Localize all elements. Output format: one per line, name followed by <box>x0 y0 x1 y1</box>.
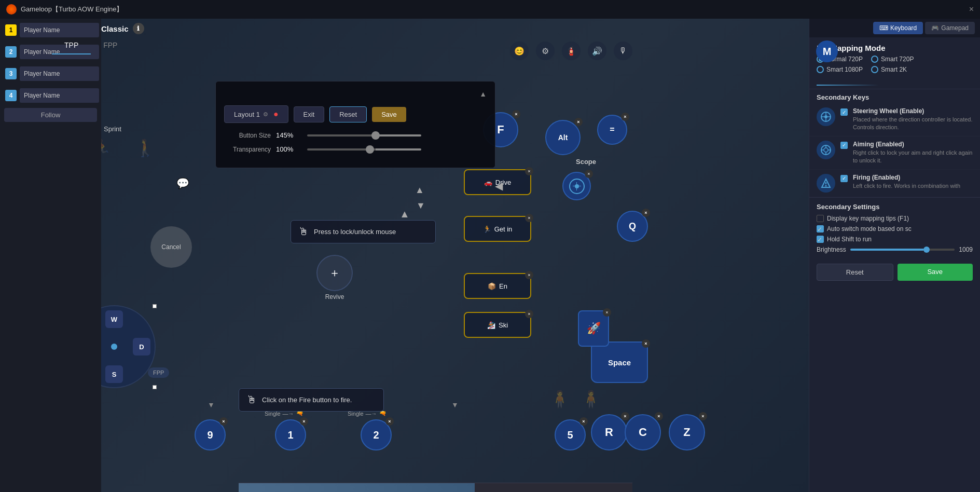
player-silhouette-3: 🧍 <box>549 389 570 409</box>
steering-wheel-checkbox[interactable]: ✓ <box>840 108 848 116</box>
firing-button[interactable]: 🚀 × <box>578 310 609 347</box>
q-close[interactable]: × <box>642 209 650 217</box>
button-size-slider[interactable] <box>307 134 421 136</box>
mode-smart1080[interactable]: Smart 1080P <box>817 66 863 73</box>
nav-left[interactable]: ◀ <box>495 180 503 192</box>
key-alt[interactable]: Alt × <box>545 120 581 155</box>
layout-header: ▲ <box>224 90 487 98</box>
nav-up[interactable]: ▲ <box>399 208 410 220</box>
km-save-button[interactable]: Save <box>898 264 973 281</box>
open-close[interactable]: × <box>525 271 533 279</box>
ski-button[interactable]: 🏂 Ski × <box>464 312 531 338</box>
mouse-icon: 🖱 <box>298 226 309 238</box>
key-q[interactable]: Q × <box>617 211 648 242</box>
button-size-label: Button Size <box>224 132 271 139</box>
save-button[interactable]: Save <box>372 107 406 122</box>
one-close[interactable]: × <box>300 417 308 426</box>
key-w[interactable]: W <box>105 310 123 328</box>
key-9[interactable]: 9 × <box>195 419 226 450</box>
firing-checkbox[interactable]: ✓ <box>840 175 848 182</box>
secondary-keys-title: Secondary Keys <box>809 89 980 103</box>
nine-close[interactable]: × <box>219 417 228 426</box>
eq-close[interactable]: × <box>621 113 629 121</box>
f-close[interactable]: × <box>512 110 520 118</box>
transparency-slider[interactable] <box>307 148 421 151</box>
key-c[interactable]: C × <box>625 414 661 450</box>
aiming-icon <box>817 141 835 159</box>
firing-close[interactable]: × <box>603 308 611 317</box>
key-d[interactable]: D <box>133 338 150 356</box>
nav-up-2[interactable]: ▲ <box>415 185 424 196</box>
display-tips-checkbox[interactable] <box>817 215 824 222</box>
space-close[interactable]: × <box>642 339 650 348</box>
user-avatar[interactable]: M <box>816 40 838 62</box>
drive-close[interactable]: × <box>525 167 533 175</box>
progress-fill <box>239 483 475 492</box>
five-close[interactable]: × <box>579 417 588 426</box>
tooltip-fire: 🖱 Click on the Fire button to fire. <box>239 388 384 412</box>
emoji-icon[interactable]: 😊 <box>510 42 529 60</box>
cancel-button[interactable]: Cancel <box>150 226 192 268</box>
layout1-button[interactable]: Layout 1 ⚙ ● <box>224 105 288 123</box>
aiming-circle[interactable]: × <box>562 172 591 200</box>
close-button[interactable]: × <box>969 5 974 14</box>
layout-close-icon[interactable]: ▲ <box>479 90 487 98</box>
z-close[interactable]: × <box>699 412 707 420</box>
exit-button[interactable]: Exit <box>294 106 325 122</box>
player-item-3[interactable]: 3 Player Name <box>2 63 99 84</box>
mode-smart720[interactable]: Smart 720P <box>871 56 914 63</box>
titlebar: Gameloop【Turbo AOW Engine】 × <box>0 0 980 19</box>
wasd-center-dot <box>111 344 117 350</box>
aiming-checkbox[interactable]: ✓ <box>840 142 848 149</box>
revive-button[interactable]: ＋ Revive <box>316 255 353 300</box>
key-r[interactable]: R × <box>591 414 627 450</box>
c-close[interactable]: × <box>655 412 663 420</box>
svg-point-1 <box>824 115 827 118</box>
player-silhouette-2: 🚶 <box>135 138 156 158</box>
tab-tpp[interactable]: TPP <box>52 37 91 54</box>
r-close[interactable]: × <box>621 412 629 420</box>
mode-smart2k[interactable]: Smart 2K <box>871 66 907 73</box>
follow-button[interactable]: Follow <box>4 108 97 122</box>
keyboard-tab[interactable]: ⌨ Keyboard <box>873 22 923 34</box>
nav-down[interactable]: ▼ <box>416 200 425 211</box>
fpp-toggle[interactable]: FPP <box>148 367 169 378</box>
speaker-icon[interactable]: 🔊 <box>588 42 606 60</box>
auto-switch-checkbox[interactable]: ✓ <box>817 225 824 233</box>
fire-extinguisher-icon[interactable]: 🧯 <box>562 42 581 60</box>
player-label-3: Player Name <box>20 66 99 81</box>
revive-label: Revive <box>325 293 344 300</box>
km-reset-button[interactable]: Reset <box>817 264 893 281</box>
key-z[interactable]: Z × <box>669 414 705 450</box>
hold-shift-checkbox[interactable]: ✓ <box>817 236 824 243</box>
ski-close[interactable]: × <box>525 310 533 318</box>
aim-close[interactable]: × <box>585 170 593 178</box>
expand-arrow-1[interactable]: ▼ <box>208 401 215 409</box>
open-button[interactable]: 📦 En × <box>464 273 531 299</box>
alt-close[interactable]: × <box>574 118 583 126</box>
layout-btn-row: Layout 1 ⚙ ● Exit Reset Save <box>224 105 487 123</box>
player-item-4[interactable]: 4 Player Name <box>2 85 99 106</box>
app-icon <box>6 4 17 15</box>
layout-popup: ▲ Layout 1 ⚙ ● Exit Reset Save Button Si… <box>215 81 495 168</box>
tab-fpp[interactable]: FPP <box>91 37 130 54</box>
key-eq[interactable]: = × <box>597 115 627 145</box>
getin-close[interactable]: × <box>525 214 533 222</box>
key-s[interactable]: S <box>105 365 123 383</box>
resize-handle-br[interactable] <box>153 385 157 389</box>
steering-wheel-icon <box>817 107 835 126</box>
two-close[interactable]: × <box>385 417 394 426</box>
brightness-slider[interactable] <box>850 249 955 251</box>
key-1[interactable]: 1 × <box>275 419 306 450</box>
gamepad-tab[interactable]: 🎮 Gamepad <box>925 22 975 34</box>
key-2[interactable]: 2 × <box>361 419 392 450</box>
get-in-button[interactable]: 🏃 Get in × <box>464 216 531 242</box>
expand-arrow-2[interactable]: ▼ <box>451 401 459 409</box>
chat-icon[interactable]: 💬 <box>176 177 189 189</box>
reset-button[interactable]: Reset <box>329 106 367 122</box>
key-5[interactable]: 5 × <box>555 419 586 450</box>
mic-icon[interactable]: 🎙 <box>614 42 632 60</box>
key-space[interactable]: Space × <box>591 341 648 383</box>
resize-handle-tr[interactable] <box>153 304 157 308</box>
settings-icon[interactable]: ⚙ <box>536 42 555 60</box>
